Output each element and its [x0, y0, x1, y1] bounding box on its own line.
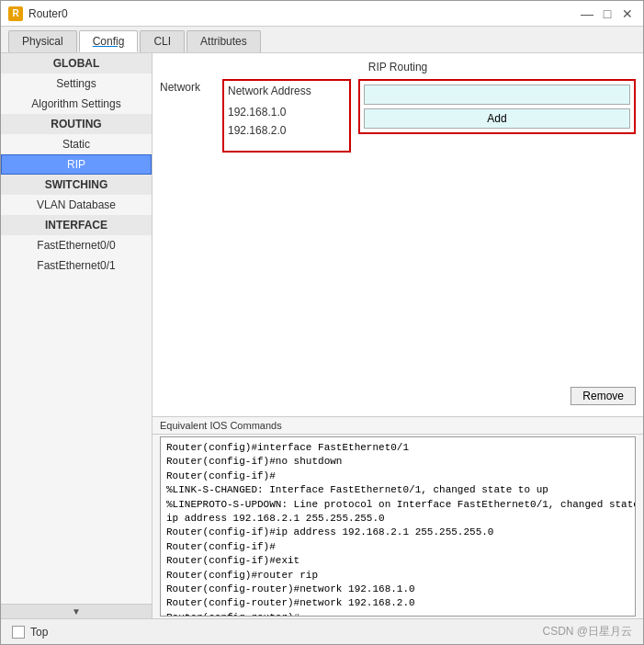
- terminal-line: Router(config-if)#: [166, 540, 629, 554]
- minimize-button[interactable]: —: [579, 6, 595, 21]
- title-bar: R Router0 — □ ✕: [1, 1, 643, 27]
- network-address-item-1[interactable]: 192.168.1.0: [228, 103, 345, 121]
- terminal-line: %LINK-S-CHANGED: Interface FastEthernet0…: [166, 483, 629, 497]
- terminal-line: Router(config-router)#network 192.168.2.…: [166, 596, 629, 610]
- sidebar-item-settings[interactable]: Settings: [1, 74, 152, 94]
- sidebar-item-rip[interactable]: RIP: [1, 154, 152, 175]
- sidebar-header-interface: INTERFACE: [1, 215, 152, 235]
- sidebar-item-static[interactable]: Static: [1, 134, 152, 154]
- app-icon: R: [8, 6, 23, 21]
- maximize-button[interactable]: □: [599, 6, 616, 21]
- status-bar: Top CSDN @日星月云: [1, 618, 643, 644]
- tab-physical[interactable]: Physical: [8, 30, 77, 52]
- main-area: GLOBAL Settings Algorithm Settings ROUTI…: [1, 53, 643, 618]
- network-address-box: Network Address 192.168.1.0 192.168.2.0: [222, 79, 351, 153]
- bottom-section: Equivalent IOS Commands Router(config)#i…: [153, 416, 643, 618]
- window-controls: — □ ✕: [579, 6, 636, 21]
- terminal-line: Router(config)#interface FastEthernet0/1: [166, 441, 629, 455]
- terminal-header: Equivalent IOS Commands: [153, 417, 643, 435]
- sidebar-item-vlan-database[interactable]: VLAN Database: [1, 195, 152, 215]
- terminal-line: ip address 192.168.2.1 255.255.255.0: [166, 512, 629, 526]
- terminal-line: Router(config-if)#: [166, 470, 629, 483]
- watermark: CSDN @日星月云: [542, 624, 632, 639]
- network-address-header: Network Address: [228, 85, 345, 97]
- add-input-area: Add: [358, 79, 636, 134]
- sidebar: GLOBAL Settings Algorithm Settings ROUTI…: [1, 53, 153, 618]
- add-section: Add: [358, 79, 636, 138]
- network-address-item-2[interactable]: 192.168.2.0: [228, 121, 345, 140]
- terminal-line: Router(config-router)#network 192.168.1.…: [166, 583, 629, 596]
- terminal-line: Router(config-router)#: [166, 611, 629, 617]
- add-section-inner: Add: [358, 79, 636, 138]
- sidebar-scroll-down[interactable]: ▼: [1, 604, 152, 618]
- sidebar-header-routing: ROUTING: [1, 114, 152, 134]
- remove-row: Remove: [160, 383, 636, 409]
- add-button[interactable]: Add: [364, 108, 630, 129]
- rip-title: RIP Routing: [160, 61, 636, 74]
- top-checkbox[interactable]: [12, 626, 25, 639]
- sidebar-header-global: GLOBAL: [1, 53, 152, 74]
- remove-button[interactable]: Remove: [571, 387, 636, 405]
- network-label: Network: [160, 81, 215, 94]
- window-title: Router0: [28, 7, 579, 20]
- sidebar-scroll: GLOBAL Settings Algorithm Settings ROUTI…: [1, 53, 152, 604]
- right-panel: RIP Routing Network Network Address 192.…: [153, 53, 643, 618]
- terminal-line: %LINEPROTO-S-UPDOWN: Line protocol on In…: [166, 498, 629, 512]
- content-panel: RIP Routing Network Network Address 192.…: [153, 53, 643, 416]
- terminal-line: Router(config-if)#no shutdown: [166, 455, 629, 469]
- tab-attributes[interactable]: Attributes: [186, 30, 261, 52]
- tab-bar: Physical Config CLI Attributes: [1, 27, 643, 53]
- rip-content-wrapper: RIP Routing Network Network Address 192.…: [160, 61, 636, 409]
- sidebar-header-switching: SWITCHING: [1, 175, 152, 195]
- sidebar-item-fastethernet0-1[interactable]: FastEthernet0/1: [1, 255, 152, 276]
- rip-row: Network Network Address 192.168.1.0 192.…: [160, 79, 636, 383]
- terminal-line: Router(config-if)#exit: [166, 554, 629, 568]
- terminal-line: Router(config-if)#ip address 192.168.2.1…: [166, 526, 629, 539]
- tab-config[interactable]: Config: [79, 30, 139, 52]
- terminal-body[interactable]: Router(config)#interface FastEthernet0/1…: [160, 436, 636, 617]
- tab-cli[interactable]: CLI: [140, 30, 185, 52]
- rip-inner: Network Network Address 192.168.1.0 192.…: [160, 79, 636, 409]
- terminal-line: Router(config)#router rip: [166, 569, 629, 583]
- top-label: Top: [30, 626, 48, 639]
- sidebar-item-algorithm-settings[interactable]: Algorithm Settings: [1, 94, 152, 114]
- close-button[interactable]: ✕: [619, 6, 636, 21]
- network-input[interactable]: [364, 85, 630, 105]
- top-checkbox-area: Top: [12, 626, 48, 639]
- router-window: R Router0 — □ ✕ Physical Config CLI Attr…: [0, 0, 644, 645]
- sidebar-item-fastethernet0-0[interactable]: FastEthernet0/0: [1, 235, 152, 255]
